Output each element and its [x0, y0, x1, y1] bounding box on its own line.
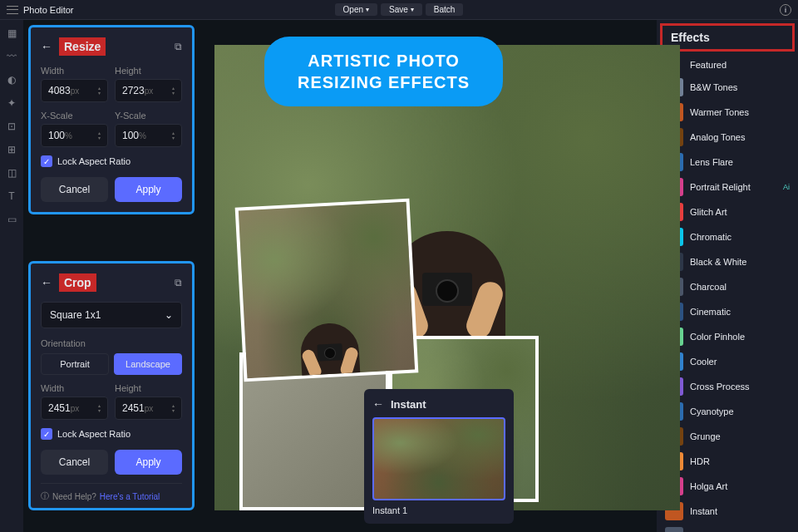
tool-icon[interactable]: ◫ [5, 166, 18, 180]
effects-header: Effects [660, 23, 795, 52]
effect-label: Cooler [690, 357, 717, 367]
effect-label: Lens Flare [690, 157, 733, 167]
instant-preview[interactable] [372, 417, 505, 500]
spinner-icon[interactable]: ▴▾ [98, 131, 101, 140]
back-arrow-icon[interactable]: ← [372, 397, 384, 411]
width-label: Width [41, 66, 108, 76]
open-button[interactable]: Open▾ [335, 3, 377, 16]
cancel-button[interactable]: Cancel [41, 177, 108, 202]
info-icon[interactable]: i [780, 4, 791, 16]
spinner-icon[interactable]: ▴▾ [172, 131, 175, 140]
spinner-icon[interactable]: ▴▾ [98, 403, 101, 413]
effect-label: Color Pinhole [690, 332, 745, 342]
effect-label: Holga Art [690, 481, 727, 491]
lock-aspect-label: Lock Aspect Ratio [57, 429, 131, 439]
effect-label: HDR [690, 456, 710, 466]
effect-label: Grunge [690, 431, 721, 441]
instant-preview-label: Instant 1 [372, 505, 505, 515]
effect-label: Glitch Art [690, 207, 727, 217]
orientation-label: Orientation [41, 338, 182, 348]
effect-label: Instant [690, 506, 717, 516]
left-toolbar: ▦ 〰 ◐ ✦ ⊡ ⊞ ◫ T ▭ [0, 20, 23, 532]
effect-item[interactable]: Line Artopia [657, 524, 798, 532]
xscale-label: X-Scale [41, 111, 108, 121]
crop-panel: ← Crop ⧉ Square 1x1 ⌄ Orientation Portra… [28, 261, 195, 510]
tool-icon[interactable]: ◐ [5, 73, 18, 86]
cancel-button[interactable]: Cancel [41, 450, 108, 475]
effect-label: Analog Tones [690, 132, 745, 142]
chevron-down-icon: ▾ [366, 6, 369, 13]
instant-panel: ← Instant Instant 1 [364, 389, 514, 524]
aspect-ratio-select[interactable]: Square 1x1 ⌄ [41, 302, 182, 328]
tool-icon[interactable]: ▦ [5, 27, 18, 40]
chevron-down-icon: ⌄ [165, 309, 173, 321]
lock-aspect-checkbox[interactable]: ✓ [41, 428, 52, 440]
crop-width-input[interactable]: 2451px▴▾ [41, 397, 108, 420]
lock-aspect-checkbox[interactable]: ✓ [41, 155, 52, 167]
app-title: Photo Editor [23, 5, 74, 15]
landscape-button[interactable]: Landscape [114, 353, 182, 375]
effect-label: Portrait Relight [690, 182, 751, 192]
width-label: Width [41, 383, 108, 393]
apply-button[interactable]: Apply [115, 177, 182, 202]
tool-icon[interactable]: ⊞ [5, 143, 18, 156]
xscale-input[interactable]: 100%▴▾ [41, 124, 108, 147]
spinner-icon[interactable]: ▴▾ [172, 403, 175, 413]
height-label: Height [115, 66, 182, 76]
spinner-icon[interactable]: ▴▾ [98, 86, 101, 96]
effect-swatch [665, 527, 683, 532]
instant-title: Instant [391, 398, 426, 411]
crop-title: Crop [59, 273, 96, 292]
help-text: Need Help? [52, 492, 96, 501]
effect-label: Cyanotype [690, 406, 734, 416]
resize-panel: ← Resize ⧉ Width 4083px▴▾ Height 2723px▴… [28, 25, 195, 214]
effect-label: B&W Tones [690, 82, 737, 92]
copy-icon[interactable]: ⧉ [175, 41, 182, 52]
tool-icon[interactable]: 〰 [5, 50, 18, 63]
info-icon: ⓘ [41, 490, 49, 502]
effect-label: Cinematic [690, 307, 731, 317]
lock-aspect-label: Lock Aspect Ratio [57, 156, 131, 166]
ai-badge: Ai [783, 183, 790, 191]
tool-icon[interactable]: ⊡ [5, 120, 18, 133]
height-label: Height [115, 383, 182, 393]
save-button[interactable]: Save▾ [381, 3, 422, 16]
batch-button[interactable]: Batch [426, 3, 464, 16]
resize-title: Resize [59, 37, 106, 56]
effect-label: Black & White [690, 257, 746, 267]
crop-height-input[interactable]: 2451px▴▾ [115, 397, 182, 420]
chevron-down-icon: ▾ [411, 6, 414, 13]
effect-label: Chromatic [690, 232, 732, 242]
effect-label: Cross Process [690, 382, 750, 392]
menu-icon[interactable] [7, 6, 18, 14]
topbar: Photo Editor Open▾ Save▾ Batch i [0, 0, 798, 20]
height-input[interactable]: 2723px▴▾ [115, 79, 182, 102]
effect-label: Featured [690, 60, 727, 70]
tool-icon[interactable]: T [5, 190, 18, 203]
tool-icon[interactable]: ▭ [5, 213, 18, 226]
banner: ARTISTIC PHOTO RESIZING EFFECTS [264, 37, 503, 106]
width-input[interactable]: 4083px▴▾ [41, 79, 108, 102]
yscale-input[interactable]: 100%▴▾ [115, 124, 182, 147]
back-arrow-icon[interactable]: ← [41, 276, 52, 289]
photo-thumbnail[interactable] [235, 199, 419, 382]
back-arrow-icon[interactable]: ← [41, 40, 52, 53]
yscale-label: Y-Scale [115, 111, 182, 121]
portrait-button[interactable]: Portrait [41, 353, 109, 375]
apply-button[interactable]: Apply [115, 450, 182, 475]
canvas-area: ARTISTIC PHOTO RESIZING EFFECTS ← Resize… [23, 20, 657, 532]
effect-label: Charcoal [690, 282, 727, 292]
copy-icon[interactable]: ⧉ [175, 277, 182, 288]
tool-icon[interactable]: ✦ [5, 96, 18, 110]
spinner-icon[interactable]: ▴▾ [172, 86, 175, 96]
tutorial-link[interactable]: Here's a Tutorial [100, 492, 160, 501]
effect-label: Warmer Tones [690, 107, 749, 117]
